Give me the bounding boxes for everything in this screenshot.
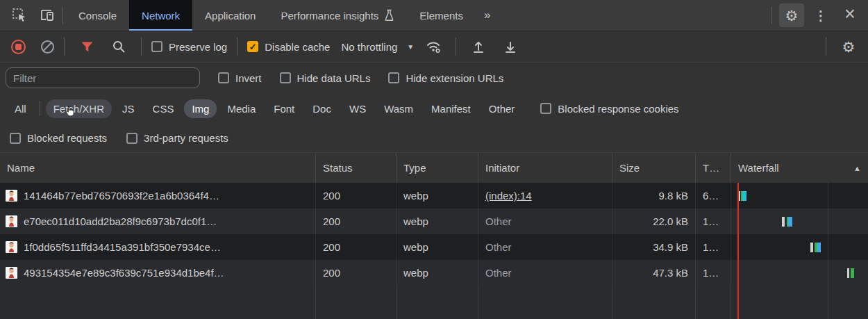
column-header-waterfall[interactable]: Waterfall ▲ [731, 153, 868, 183]
waterfall-cell[interactable] [731, 260, 868, 286]
type-filter-wasm[interactable]: Wasm [376, 99, 421, 118]
initiator-cell: Other [478, 208, 612, 234]
flask-icon [384, 9, 394, 22]
type-filter-doc[interactable]: Doc [305, 99, 339, 118]
status-cell: 200 [316, 234, 397, 260]
search-icon[interactable] [106, 35, 131, 58]
type-filter-css[interactable]: CSS [145, 99, 182, 118]
waterfall-bar-segment [810, 243, 813, 252]
type-filter-ws[interactable]: WS [342, 99, 374, 118]
image-thumbnail [6, 215, 17, 227]
type-cell: webp [397, 260, 478, 286]
divider [40, 101, 40, 116]
waterfall-bar-segment [851, 268, 854, 278]
tab-performance-insights[interactable]: Performance insights [268, 0, 407, 31]
initiator-cell: Other [478, 234, 612, 260]
request-name-cell[interactable]: 141464b77ebd76570693f2e1a6b0364f4… [0, 183, 316, 208]
request-name-cell[interactable]: 493154354e7e89c3f639c751e934d1be4f… [0, 260, 316, 286]
invert-checkbox[interactable]: Invert [218, 72, 262, 84]
type-filter-img[interactable]: Img [184, 99, 217, 118]
waterfall-cell[interactable] [731, 234, 868, 260]
initiator-cell[interactable]: (index):14 [478, 183, 612, 208]
network-conditions-icon[interactable] [421, 35, 446, 58]
divider [826, 38, 826, 56]
kebab-menu-icon[interactable]: ⋮ [808, 3, 833, 27]
table-row[interactable]: 141464b77ebd76570693f2e1a6b0364f4… 200 w… [0, 183, 868, 208]
hide-extension-urls-checkbox[interactable]: Hide extension URLs [388, 72, 503, 84]
tab-application[interactable]: Application [192, 0, 268, 31]
clear-network-log-icon[interactable] [41, 40, 54, 54]
more-tabs-icon[interactable]: » [476, 0, 499, 31]
type-cell: webp [397, 183, 478, 208]
tab-network[interactable]: Network [129, 0, 192, 31]
preserve-log-checkbox[interactable]: Preserve log [151, 41, 227, 53]
table-row[interactable]: e70ec011d10add2ba28f9c6973b7dc0f1… 200 w… [0, 208, 868, 234]
type-cell: webp [397, 234, 478, 260]
type-filter-manifest[interactable]: Manifest [424, 99, 478, 118]
waterfall-cell[interactable] [731, 208, 868, 234]
load-event-line [737, 208, 739, 234]
sort-ascending-icon: ▲ [853, 164, 861, 172]
waterfall-gridline [828, 234, 828, 260]
type-filter-all[interactable]: All [7, 99, 34, 118]
column-header-status[interactable]: Status [316, 153, 397, 183]
table-row[interactable]: 1f0dd65f511ffd34415a391bf350e7934ce… 200… [0, 234, 868, 260]
filter-funnel-icon[interactable] [74, 35, 99, 58]
time-cell: 1… [696, 208, 731, 234]
network-settings-gear-icon[interactable]: ⚙ [836, 35, 861, 58]
device-toolbar-icon[interactable] [35, 3, 60, 27]
initiator-cell: Other [478, 260, 612, 286]
column-header-name[interactable]: Name [0, 153, 316, 183]
waterfall-bar-segment [739, 191, 740, 201]
column-header-type[interactable]: Type [397, 153, 478, 183]
network-toolbar: Preserve log Disable cache No throttling… [0, 31, 868, 63]
type-filter-js[interactable]: JS [115, 99, 142, 118]
blocked-response-cookies-checkbox[interactable]: Blocked response cookies [540, 103, 678, 115]
column-header-size[interactable]: Size [612, 153, 696, 183]
size-cell: 22.0 kB [612, 208, 696, 234]
type-filter-other[interactable]: Other [481, 99, 523, 118]
record-network-log-button[interactable] [11, 40, 26, 54]
throttling-dropdown[interactable]: No throttling ▼ [341, 41, 414, 53]
export-har-icon[interactable] [498, 35, 523, 58]
import-har-icon[interactable] [466, 35, 491, 58]
filter-input[interactable] [6, 67, 200, 88]
disable-cache-checkbox[interactable]: Disable cache [247, 41, 330, 53]
divider [141, 38, 142, 56]
time-cell: 1… [696, 260, 731, 286]
third-party-requests-checkbox[interactable]: 3rd-party requests [126, 132, 228, 144]
type-filter-fetch-xhr[interactable]: Fetch/XHR [46, 99, 112, 118]
waterfall-bar-segment [742, 191, 746, 201]
column-header-initiator[interactable]: Initiator [478, 153, 612, 183]
column-header-time[interactable]: T… [696, 153, 731, 183]
resource-type-filters: All Fetch/XHR JS CSS Img Media Font Doc … [0, 93, 868, 124]
status-cell: 200 [316, 208, 397, 234]
type-filter-media[interactable]: Media [219, 99, 263, 118]
table-row[interactable]: 493154354e7e89c3f639c751e934d1be4f… 200 … [0, 260, 868, 286]
settings-gear-icon[interactable]: ⚙ [779, 3, 804, 27]
tab-console[interactable]: Console [66, 0, 129, 31]
mouse-pointer-cursor-icon [65, 106, 75, 117]
request-name-cell[interactable]: 1f0dd65f511ffd34415a391bf350e7934ce… [0, 234, 316, 260]
size-cell: 34.9 kB [612, 234, 696, 260]
request-name-cell[interactable]: e70ec011d10add2ba28f9c6973b7dc0f1… [0, 208, 316, 234]
waterfall-cell[interactable] [731, 183, 868, 208]
status-cell: 200 [316, 183, 397, 208]
size-cell: 9.8 kB [612, 183, 696, 208]
hide-data-urls-checkbox[interactable]: Hide data URLs [280, 72, 371, 84]
waterfall-gridline [828, 183, 828, 208]
devtools-tab-bar: Console Network Application Performance … [0, 0, 868, 31]
blocked-requests-checkbox[interactable]: Blocked requests [10, 132, 107, 144]
type-filter-font[interactable]: Font [266, 99, 302, 118]
network-filter-bar: Invert Hide data URLs Hide extension URL… [0, 63, 868, 93]
tab-elements[interactable]: Elements [407, 0, 476, 31]
initiator-link[interactable]: (index):14 [485, 190, 532, 202]
divider [64, 38, 65, 56]
type-cell: webp [397, 208, 478, 234]
size-cell: 47.3 kB [612, 260, 696, 286]
divider [456, 38, 456, 56]
close-devtools-icon[interactable]: × [837, 3, 862, 27]
time-cell: 6… [696, 183, 731, 208]
inspect-element-icon[interactable] [7, 3, 32, 27]
waterfall-bar-segment [847, 268, 849, 278]
